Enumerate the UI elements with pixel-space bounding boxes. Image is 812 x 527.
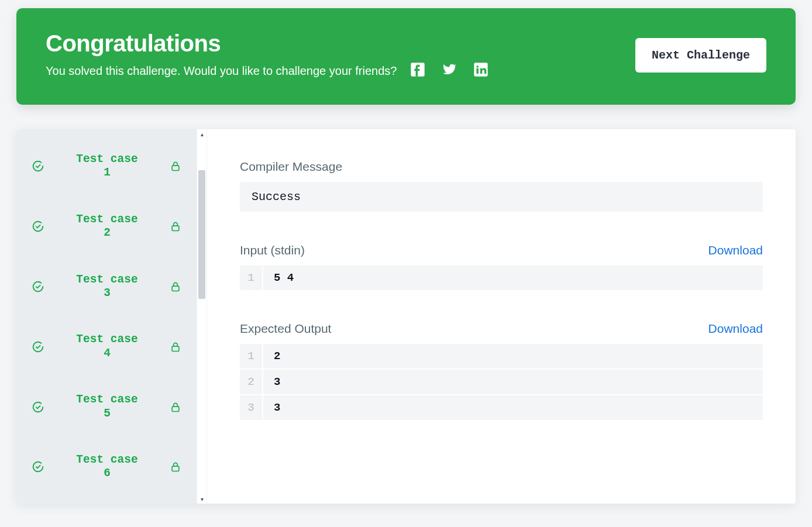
output-section: Expected Output Download 122333: [240, 322, 763, 420]
svg-rect-3: [477, 68, 479, 74]
check-icon: [32, 280, 44, 293]
compiler-section: Compiler Message Success: [240, 160, 763, 212]
social-share: [410, 61, 489, 80]
scroll-up-icon[interactable]: ▴: [197, 129, 207, 139]
line-number: 3: [240, 395, 263, 420]
twitter-icon[interactable]: [441, 61, 457, 80]
testcase-item[interactable]: Test case 4: [21, 316, 192, 377]
banner-title: Congratulations: [46, 30, 635, 57]
testcase-label: Test case 1: [53, 153, 161, 180]
svg-rect-4: [172, 166, 179, 171]
lock-icon: [170, 160, 181, 172]
check-icon: [32, 160, 44, 173]
line-number: 1: [240, 266, 263, 290]
svg-rect-5: [172, 226, 179, 230]
lock-icon: [170, 281, 181, 292]
testcase-item[interactable]: Test case 5: [21, 377, 192, 437]
lock-icon: [170, 341, 181, 353]
svg-rect-8: [172, 407, 179, 411]
testcase-sidebar: Test case 1Test case 2Test case 3Test ca…: [16, 129, 197, 504]
line-content: 3: [263, 395, 291, 420]
next-challenge-button[interactable]: Next Challenge: [635, 38, 766, 73]
testcase-label: Test case 6: [53, 453, 161, 481]
svg-rect-6: [172, 286, 179, 291]
code-line: 15 4: [240, 266, 763, 290]
testcase-label: Test case 3: [53, 273, 161, 301]
congrats-banner: Congratulations You solved this challeng…: [16, 8, 796, 105]
line-content: 3: [263, 370, 291, 394]
svg-point-2: [477, 66, 479, 68]
linkedin-icon[interactable]: [473, 61, 489, 80]
compiler-message-label: Compiler Message: [240, 160, 342, 174]
lock-icon: [170, 221, 181, 232]
line-content: 2: [263, 344, 291, 368]
input-section: Input (stdin) Download 15 4: [240, 243, 763, 290]
facebook-icon[interactable]: [410, 61, 426, 80]
testcase-label: Test case 5: [53, 393, 161, 421]
check-icon: [32, 220, 44, 233]
compiler-message-value: Success: [240, 182, 763, 212]
testcase-item[interactable]: Test case 2: [21, 197, 192, 257]
line-number: 1: [240, 344, 263, 368]
code-line: 12: [240, 344, 763, 370]
testcase-item[interactable]: Test case 1: [21, 136, 192, 197]
testcase-detail: Compiler Message Success Input (stdin) D…: [207, 129, 796, 504]
input-label: Input (stdin): [240, 243, 305, 257]
check-icon: [32, 460, 44, 473]
svg-rect-7: [172, 346, 179, 351]
code-line: 33: [240, 395, 763, 420]
scroll-thumb[interactable]: [198, 170, 205, 299]
testcase-label: Test case 4: [53, 333, 161, 360]
line-number: 2: [240, 370, 263, 394]
lock-icon: [170, 461, 181, 473]
testcase-label: Test case 2: [53, 213, 161, 240]
results-panel: Test case 1Test case 2Test case 3Test ca…: [16, 129, 796, 504]
line-content: 5 4: [263, 266, 304, 290]
check-icon: [32, 401, 44, 414]
output-label: Expected Output: [240, 322, 331, 336]
input-download-link[interactable]: Download: [708, 243, 763, 257]
input-codebox: 15 4: [240, 266, 763, 290]
banner-subtitle: You solved this challenge. Would you lik…: [46, 64, 397, 78]
sidebar-scrollbar[interactable]: ▴ ▾: [197, 129, 207, 504]
output-download-link[interactable]: Download: [708, 322, 763, 336]
output-codebox: 122333: [240, 344, 763, 420]
testcase-item[interactable]: Test case 3: [21, 257, 192, 317]
lock-icon: [170, 401, 181, 413]
svg-rect-9: [172, 466, 179, 471]
check-icon: [32, 340, 44, 353]
testcase-item[interactable]: Test case 6: [21, 437, 192, 497]
code-line: 23: [240, 370, 763, 395]
scroll-down-icon[interactable]: ▾: [197, 494, 207, 504]
